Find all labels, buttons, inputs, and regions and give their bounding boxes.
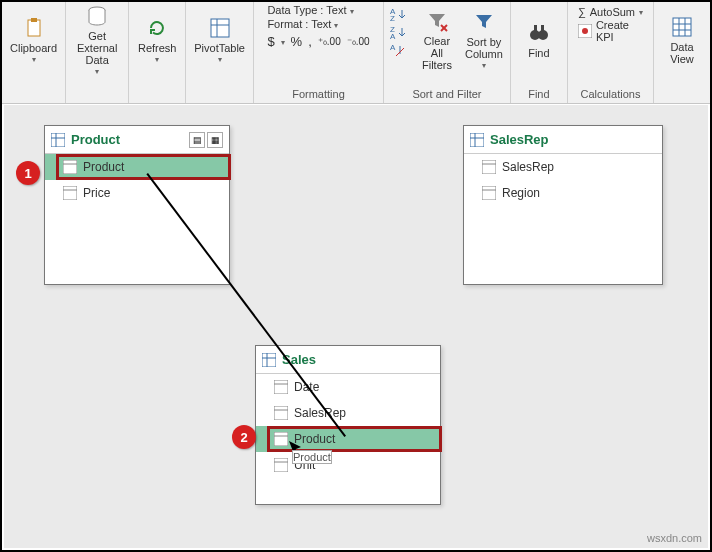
sigma-icon: ∑ bbox=[578, 6, 586, 18]
clipboard-button[interactable]: Clipboard ▾ bbox=[6, 4, 61, 76]
field-salesrep[interactable]: SalesRep bbox=[464, 154, 662, 180]
table-header[interactable]: SalesRep bbox=[464, 126, 662, 154]
svg-point-15 bbox=[538, 30, 548, 40]
callout-1: 1 bbox=[16, 161, 40, 185]
group-getdata: Get External Data ▾ bbox=[66, 2, 129, 103]
group-find: Find Find bbox=[511, 2, 568, 103]
chevron-down-icon: ▾ bbox=[155, 55, 159, 64]
format-row[interactable]: Format : Text ▾ bbox=[267, 18, 369, 30]
svg-rect-30 bbox=[63, 186, 77, 200]
table-icon bbox=[51, 133, 65, 147]
ribbon: Clipboard ▾ Get External Data ▾ Refres bbox=[2, 2, 710, 104]
table-window-product[interactable]: Product ▤ ▦ Product Price bbox=[44, 125, 230, 285]
svg-text:Z: Z bbox=[390, 14, 395, 22]
get-external-data-button[interactable]: Get External Data ▾ bbox=[70, 4, 124, 76]
view-mode-icon[interactable]: ▤ bbox=[189, 132, 205, 148]
column-icon bbox=[482, 186, 496, 200]
column-icon bbox=[274, 406, 288, 420]
group-pivot: PivotTable ▾ bbox=[186, 2, 254, 103]
field-price[interactable]: Price bbox=[45, 180, 229, 206]
column-icon bbox=[274, 380, 288, 394]
format-symbols-row: $▾ % , ⁺₀.00 ⁻₀.00 bbox=[267, 34, 369, 49]
drag-relationship-line bbox=[146, 173, 346, 437]
datatype-row[interactable]: Data Type : Text ▾ bbox=[267, 4, 369, 16]
data-view-button[interactable]: Data View bbox=[658, 4, 706, 76]
table-icon bbox=[470, 133, 484, 147]
create-kpi-button[interactable]: Create KPI bbox=[578, 19, 643, 43]
sort-asc-button[interactable]: AZ bbox=[390, 6, 410, 22]
autosum-button[interactable]: ∑ AutoSum ▾ bbox=[578, 6, 643, 18]
clipboard-label: Clipboard bbox=[10, 42, 57, 54]
table-window-sales[interactable]: Sales Date SalesRep Product Unit bbox=[255, 345, 441, 505]
currency-button[interactable]: $ bbox=[267, 34, 274, 49]
diagram-canvas[interactable]: Product ▤ ▦ Product Price SalesRep Sales… bbox=[4, 105, 708, 548]
kpi-icon bbox=[578, 24, 592, 38]
chevron-down-icon: ▾ bbox=[334, 21, 338, 30]
table-title: Product bbox=[71, 132, 183, 147]
svg-rect-39 bbox=[262, 353, 276, 367]
find-button[interactable]: Find bbox=[515, 4, 563, 76]
sort-by-column-button[interactable]: Sort by Column ▾ bbox=[462, 4, 506, 76]
svg-text:A: A bbox=[390, 43, 396, 52]
table-icon bbox=[262, 353, 276, 367]
group-clipboard: Clipboard ▾ bbox=[2, 2, 66, 103]
group-sortfilter: AZ ZA A Clear All Filters Sort by Column… bbox=[384, 2, 511, 103]
watermark: wsxdn.com bbox=[647, 532, 702, 544]
group-calculations: ∑ AutoSum ▾ Create KPI Calculations bbox=[568, 2, 654, 103]
svg-rect-25 bbox=[51, 133, 65, 147]
svg-rect-37 bbox=[482, 186, 496, 200]
increase-decimal-button[interactable]: ⁺₀.00 bbox=[318, 36, 341, 47]
svg-point-19 bbox=[582, 28, 588, 34]
formatting-group-label: Formatting bbox=[292, 85, 345, 103]
svg-rect-0 bbox=[28, 20, 40, 36]
view-mode-icon[interactable]: ▦ bbox=[207, 132, 223, 148]
column-icon bbox=[482, 160, 496, 174]
svg-rect-1 bbox=[31, 18, 37, 22]
field-salesrep[interactable]: SalesRep bbox=[256, 400, 440, 426]
pivottable-button[interactable]: PivotTable ▾ bbox=[190, 4, 249, 76]
chevron-down-icon: ▾ bbox=[482, 61, 486, 70]
chevron-down-icon: ▾ bbox=[218, 55, 222, 64]
column-icon bbox=[63, 186, 77, 200]
refresh-icon bbox=[145, 16, 169, 40]
column-icon bbox=[274, 458, 288, 472]
group-refresh: Refresh ▾ bbox=[129, 2, 186, 103]
svg-rect-3 bbox=[211, 19, 229, 37]
sort-column-icon bbox=[472, 10, 496, 34]
comma-button[interactable]: , bbox=[308, 34, 312, 49]
svg-rect-42 bbox=[274, 380, 288, 394]
database-icon bbox=[85, 4, 109, 28]
percent-button[interactable]: % bbox=[291, 34, 303, 49]
clipboard-icon bbox=[22, 16, 46, 40]
table-header[interactable]: Product ▤ ▦ bbox=[45, 126, 229, 154]
table-title: Sales bbox=[282, 352, 434, 367]
svg-rect-20 bbox=[673, 18, 691, 36]
clear-sort-button[interactable]: A bbox=[390, 42, 410, 58]
chevron-down-icon: ▾ bbox=[639, 8, 643, 17]
refresh-button[interactable]: Refresh ▾ bbox=[133, 4, 181, 76]
clear-filters-button[interactable]: Clear All Filters bbox=[414, 4, 460, 76]
decrease-decimal-button[interactable]: ⁻₀.00 bbox=[347, 36, 370, 47]
binoculars-icon bbox=[527, 21, 551, 45]
pivottable-icon bbox=[208, 16, 232, 40]
chevron-down-icon: ▾ bbox=[32, 55, 36, 64]
svg-rect-17 bbox=[541, 25, 544, 31]
table-header[interactable]: Sales bbox=[256, 346, 440, 374]
callout-2: 2 bbox=[232, 425, 256, 449]
getdata-label: Get External Data bbox=[74, 30, 120, 66]
table-title: SalesRep bbox=[490, 132, 656, 147]
field-date[interactable]: Date bbox=[256, 374, 440, 400]
field-unit[interactable]: Unit bbox=[256, 452, 440, 478]
svg-rect-16 bbox=[534, 25, 537, 31]
table-window-salesrep[interactable]: SalesRep SalesRep Region bbox=[463, 125, 663, 285]
svg-rect-35 bbox=[482, 160, 496, 174]
grid-icon bbox=[670, 15, 694, 39]
group-formatting: Data Type : Text ▾ Format : Text ▾ $▾ % … bbox=[254, 2, 384, 103]
pivot-label: PivotTable bbox=[194, 42, 245, 54]
svg-rect-48 bbox=[274, 458, 288, 472]
svg-rect-32 bbox=[470, 133, 484, 147]
chevron-down-icon: ▾ bbox=[95, 67, 99, 76]
sort-desc-button[interactable]: ZA bbox=[390, 24, 410, 40]
svg-rect-44 bbox=[274, 406, 288, 420]
field-region[interactable]: Region bbox=[464, 180, 662, 206]
